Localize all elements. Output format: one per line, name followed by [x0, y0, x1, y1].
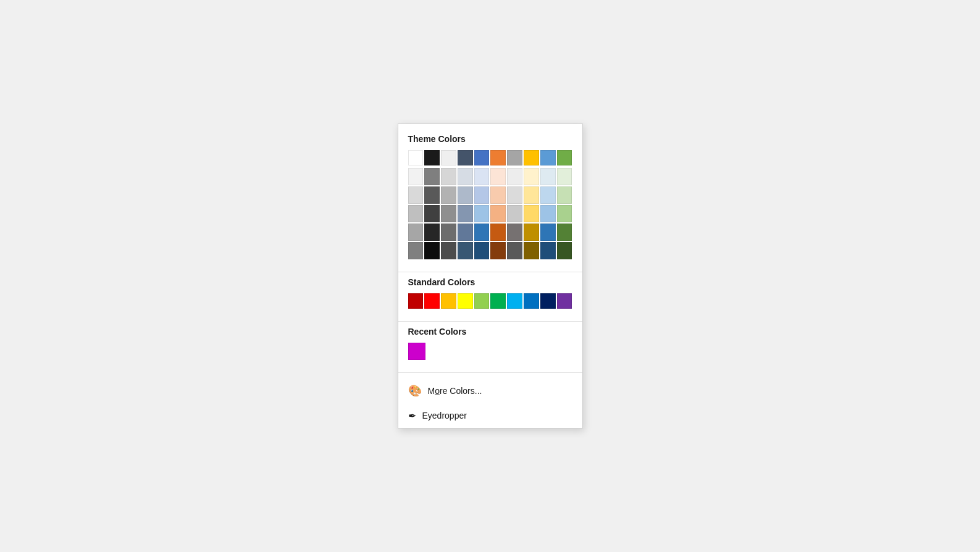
shade-black-3[interactable]: [424, 205, 440, 222]
eyedropper-label: Eyedropper: [422, 411, 467, 420]
shade-green-3[interactable]: [557, 205, 572, 222]
shade-white-1[interactable]: [408, 168, 424, 185]
theme-color-blue-gray[interactable]: [458, 150, 473, 165]
shade-green-1[interactable]: [557, 168, 572, 185]
color-picker-panel: Theme Colors: [398, 123, 583, 429]
shade-lblue-4[interactable]: [540, 224, 556, 241]
theme-colors-section: Theme Colors: [398, 134, 582, 267]
shade-gold-1[interactable]: [524, 168, 539, 185]
eyedropper-item[interactable]: ✒ Eyedropper: [398, 404, 582, 428]
shade-gray2-1[interactable]: [507, 168, 522, 185]
shade-gold-4[interactable]: [524, 224, 539, 241]
shade-gold-5[interactable]: [524, 242, 539, 259]
shade-lgray-2[interactable]: [441, 186, 456, 204]
shade-lgray-1[interactable]: [441, 168, 456, 185]
shade-black-2[interactable]: [424, 186, 440, 204]
shade-white-3[interactable]: [408, 205, 424, 222]
theme-color-blue[interactable]: [474, 150, 490, 165]
shade-lblue-5[interactable]: [540, 242, 556, 259]
shade-blue-2[interactable]: [474, 186, 490, 204]
divider-1: [398, 272, 582, 272]
shade-orange-4[interactable]: [490, 224, 506, 241]
shade-orange-5[interactable]: [490, 242, 506, 259]
shade-col-lblue: [540, 168, 556, 259]
std-yellow[interactable]: [458, 293, 473, 309]
shade-orange-1[interactable]: [490, 168, 506, 185]
theme-color-white[interactable]: [408, 150, 424, 165]
shade-gray2-2[interactable]: [507, 186, 522, 204]
shade-gray2-3[interactable]: [507, 205, 522, 222]
std-light-blue[interactable]: [507, 293, 522, 309]
shade-bluegray-5[interactable]: [458, 242, 473, 259]
shade-lgray-4[interactable]: [441, 224, 456, 241]
theme-color-gold[interactable]: [524, 150, 539, 165]
shade-bluegray-1[interactable]: [458, 168, 473, 185]
shade-col-blue: [474, 168, 490, 259]
recent-colors-section: Recent Colors: [398, 327, 582, 367]
shade-col-green: [557, 168, 572, 259]
theme-color-light-gray[interactable]: [441, 150, 456, 165]
shade-col-black: [424, 168, 440, 259]
shade-black-5[interactable]: [424, 242, 440, 259]
std-red[interactable]: [424, 293, 440, 309]
shade-col-orange: [490, 168, 506, 259]
recent-colors-title: Recent Colors: [408, 327, 572, 337]
shade-black-1[interactable]: [424, 168, 440, 185]
shade-bluegray-4[interactable]: [458, 224, 473, 241]
theme-top-row: [408, 150, 572, 165]
std-green[interactable]: [490, 293, 506, 309]
more-colors-label: More Colors...: [428, 386, 482, 396]
shade-gray2-5[interactable]: [507, 242, 522, 259]
shade-black-4[interactable]: [424, 224, 440, 241]
shade-orange-3[interactable]: [490, 205, 506, 222]
theme-color-green[interactable]: [557, 150, 572, 165]
shade-gold-3[interactable]: [524, 205, 539, 222]
shade-green-5[interactable]: [557, 242, 572, 259]
shade-lblue-2[interactable]: [540, 186, 556, 204]
shade-blue-4[interactable]: [474, 224, 490, 241]
std-dark-blue[interactable]: [540, 293, 556, 309]
theme-color-light-blue[interactable]: [540, 150, 556, 165]
shade-orange-2[interactable]: [490, 186, 506, 204]
palette-icon: 🎨: [408, 384, 422, 398]
recent-colors-row: [408, 343, 572, 360]
shade-blue-5[interactable]: [474, 242, 490, 259]
theme-color-black[interactable]: [424, 150, 440, 165]
shade-lblue-3[interactable]: [540, 205, 556, 222]
theme-shades-grid: [408, 168, 572, 259]
shade-lgray-5[interactable]: [441, 242, 456, 259]
theme-color-gray[interactable]: [507, 150, 522, 165]
standard-colors-row: [408, 293, 572, 309]
shade-col-bluegray: [458, 168, 473, 259]
shade-white-5[interactable]: [408, 242, 424, 259]
std-orange[interactable]: [441, 293, 456, 309]
std-dark-red[interactable]: [408, 293, 424, 309]
shade-gold-2[interactable]: [524, 186, 539, 204]
shade-lblue-1[interactable]: [540, 168, 556, 185]
shade-bluegray-2[interactable]: [458, 186, 473, 204]
shade-white-2[interactable]: [408, 186, 424, 204]
std-blue[interactable]: [524, 293, 539, 309]
shade-col-gray2: [507, 168, 522, 259]
shade-col-gold: [524, 168, 539, 259]
shade-white-4[interactable]: [408, 224, 424, 241]
std-light-green[interactable]: [474, 293, 490, 309]
shade-gray2-4[interactable]: [507, 224, 522, 241]
shade-blue-3[interactable]: [474, 205, 490, 222]
shade-lgray-3[interactable]: [441, 205, 456, 222]
divider-2: [398, 321, 582, 322]
shade-bluegray-3[interactable]: [458, 205, 473, 222]
standard-colors-section: Standard Colors: [398, 277, 582, 316]
more-colors-item[interactable]: 🎨 More Colors...: [398, 378, 582, 404]
shade-col-lgray: [441, 168, 456, 259]
shade-blue-1[interactable]: [474, 168, 490, 185]
theme-colors-title: Theme Colors: [408, 134, 572, 144]
eyedropper-icon: ✒: [408, 410, 416, 422]
standard-colors-title: Standard Colors: [408, 277, 572, 287]
std-purple[interactable]: [557, 293, 572, 309]
recent-magenta[interactable]: [408, 343, 425, 360]
divider-3: [398, 372, 582, 373]
shade-green-4[interactable]: [557, 224, 572, 241]
theme-color-orange[interactable]: [490, 150, 506, 165]
shade-green-2[interactable]: [557, 186, 572, 204]
